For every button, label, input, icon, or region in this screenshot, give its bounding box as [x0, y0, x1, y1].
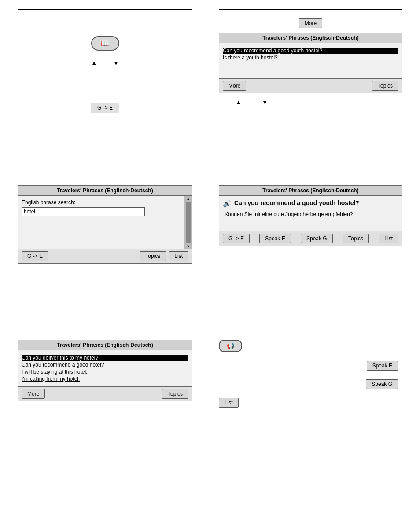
speak-icon: 🔊: [223, 199, 232, 208]
book-icon: 📖: [101, 40, 110, 47]
search-label: English phrase search:: [22, 199, 181, 206]
phrase-english-text: Can you recommend a good youth hostel?: [234, 199, 359, 206]
hotel-panel-title: Travelers' Phrases (Englisch-Deutsch): [18, 340, 192, 350]
speak-e-detail-button[interactable]: Speak E: [259, 234, 291, 243]
search-input[interactable]: [22, 207, 145, 216]
phrase-detail-english: 🔊 Can you recommend a good youth hostel?: [223, 199, 398, 208]
arrow-controls: ▲ ▼: [88, 59, 123, 67]
hotel-phrase-1[interactable]: Can you deliver this to my hotel?: [22, 355, 188, 361]
section-bottom-right: 📢 Speak E Speak G List: [210, 331, 420, 471]
phrase-detail-title-bar: Travelers' Phrases (Englisch-Deutsch): [219, 186, 402, 196]
hotel-phrase-3[interactable]: I will be staying at this hotel.: [22, 369, 188, 375]
phrase-detail-body: 🔊 Can you recommend a good youth hostel?…: [219, 196, 402, 231]
section-top-right: More Travelers' Phrases (Englisch-Deutsc…: [210, 0, 420, 176]
scrollbar[interactable]: ▲ ▼: [184, 196, 192, 249]
up-arrow-button[interactable]: ▲: [88, 59, 101, 67]
speak-e-bottom-button[interactable]: Speak E: [367, 361, 398, 371]
topics-hotel-button[interactable]: Topics: [162, 389, 188, 399]
more-button-top[interactable]: More: [299, 18, 322, 28]
up-arrow-right[interactable]: ▲: [232, 98, 245, 106]
section-bottom-left: Travelers' Phrases (Englisch-Deutsch) Ca…: [0, 331, 210, 471]
section-top-left: 📖 ▲ ▼ G -> E: [0, 0, 210, 176]
hotel-phrase-2[interactable]: Can you recommend a good hotel?: [22, 362, 188, 368]
section-middle-left: Travelers' Phrases (Englisch-Deutsch) En…: [0, 176, 210, 331]
hotel-phrase-4[interactable]: I'm calling from my hotel.: [22, 376, 188, 382]
g-to-e-detail-button[interactable]: G -> E: [223, 234, 250, 243]
down-arrow-button[interactable]: ▼: [110, 59, 123, 67]
phrases-panel-top: Travelers' Phrases (Englisch-Deutsch) Ca…: [219, 33, 402, 93]
topics-detail-button[interactable]: Topics: [343, 234, 369, 243]
phrase-detail-footer: G -> E Speak E Speak G Topics List: [219, 231, 402, 246]
book-button[interactable]: 📖: [91, 36, 119, 51]
hotel-panel-footer: More Topics: [18, 386, 192, 401]
g-to-e-button[interactable]: G -> E: [91, 103, 119, 113]
hotel-panel-body: Can you deliver this to my hotel? Can yo…: [18, 350, 192, 386]
section-middle-right: Travelers' Phrases (Englisch-Deutsch) 🔊 …: [210, 176, 420, 331]
list-detail-button[interactable]: List: [379, 234, 398, 243]
more-button-bottom[interactable]: More: [223, 81, 246, 91]
phrase-item-2[interactable]: Is there a youth hostel?: [223, 55, 398, 61]
down-arrow-right[interactable]: ▼: [258, 98, 272, 106]
list-bottom-button[interactable]: List: [219, 398, 239, 408]
speaker-button[interactable]: 📢: [219, 340, 242, 352]
phrase-detail-panel: Travelers' Phrases (Englisch-Deutsch) 🔊 …: [219, 185, 402, 246]
phrase-item-selected[interactable]: Can you recommend a good youth hostel?: [223, 48, 398, 54]
search-panel-title: Travelers' Phrases (Englisch-Deutsch): [18, 186, 192, 196]
phrase-german-text: Können Sie mir eine gute Jugendherberge …: [223, 211, 398, 217]
g-to-e-search-button[interactable]: G -> E: [22, 251, 48, 261]
hotel-phrases-panel: Travelers' Phrases (Englisch-Deutsch) Ca…: [18, 340, 192, 401]
topics-button-search[interactable]: Topics: [140, 251, 166, 261]
panel-body-top: Can you recommend a good youth hostel? I…: [219, 43, 402, 78]
search-panel-footer: G -> E Topics List: [18, 249, 192, 263]
more-hotel-button[interactable]: More: [22, 389, 45, 399]
panel-footer-top: More Topics: [219, 78, 402, 93]
search-panel: Travelers' Phrases (Englisch-Deutsch) En…: [18, 185, 192, 264]
topics-button-top[interactable]: Topics: [372, 81, 398, 91]
speaker-icon: 📢: [227, 342, 234, 349]
speak-g-bottom-button[interactable]: Speak G: [366, 379, 398, 389]
panel-title-top: Travelers' Phrases (Englisch-Deutsch): [219, 33, 402, 43]
speak-g-detail-button[interactable]: Speak G: [301, 234, 333, 243]
list-button-search[interactable]: List: [169, 251, 188, 261]
